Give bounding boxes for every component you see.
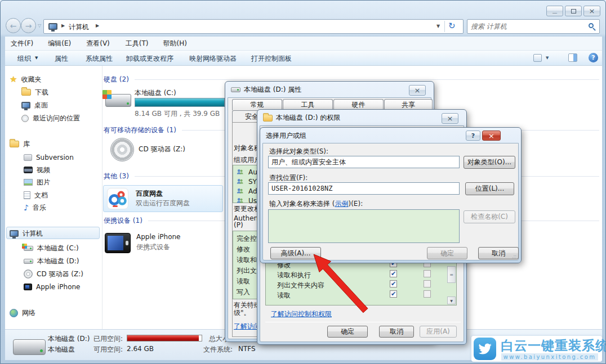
address-dropdown-icon[interactable]: ▼: [436, 24, 440, 29]
button-label: 确定: [341, 327, 354, 336]
tab-general[interactable]: 常规: [232, 99, 282, 110]
check-names-button[interactable]: 检查名称(C): [464, 210, 515, 223]
menu-tools[interactable]: 工具(T): [122, 38, 152, 50]
permissions-cancel-button[interactable]: 取消: [379, 326, 414, 338]
tab-label: 常规: [251, 101, 264, 109]
tab-tools[interactable]: 工具: [283, 99, 333, 110]
forward-button[interactable]: →: [21, 18, 36, 33]
group-label: 有可移动存储的设备 (1): [104, 125, 176, 135]
menu-edit[interactable]: 编辑(E): [44, 38, 74, 50]
select-ok-button[interactable]: 确定: [427, 247, 467, 259]
computer-icon: [10, 230, 19, 237]
check-icon: ✔: [391, 290, 396, 298]
sidebar-item-apple-iphone[interactable]: Apple iPhone: [24, 282, 80, 292]
address-bar[interactable]: ▶ 计算机 ▶ ▼ ↻: [43, 19, 464, 34]
menu-help[interactable]: 帮助(H): [160, 38, 190, 50]
permissions-title-text: 本地磁盘 (D:) 的权限: [276, 113, 340, 123]
resize-grip[interactable]: .::: [512, 254, 516, 259]
deny-checkbox-read-execute[interactable]: [424, 270, 431, 277]
toolbar-properties[interactable]: 属性: [55, 54, 68, 64]
baidu-netdisk-item[interactable]: 百度网盘 双击运行百度网盘: [103, 185, 223, 212]
sidebar-item-documents[interactable]: 文档: [24, 190, 48, 200]
allow-checkbox-read-execute[interactable]: ✔: [390, 270, 397, 277]
views-icon[interactable]: [533, 54, 542, 62]
locations-button[interactable]: 位置(L)...: [465, 182, 514, 195]
breadcrumb-computer[interactable]: 计算机: [69, 23, 89, 32]
menu-file[interactable]: 文件(F): [7, 38, 37, 50]
tab-hardware[interactable]: 硬件: [333, 99, 384, 110]
location-value: USER-20161028NZ: [271, 185, 332, 192]
close-icon: ×: [589, 7, 595, 15]
disk-c-icon: [24, 246, 33, 251]
search-input[interactable]: [471, 21, 583, 32]
sidebar-label: 本地磁盘 (C:): [37, 244, 79, 253]
button-label: 取消: [492, 249, 505, 258]
pictures-icon: [24, 179, 33, 186]
select-close-button[interactable]: ×: [482, 131, 501, 141]
sidebar-item-downloads[interactable]: 下载: [21, 87, 48, 97]
select-help-button[interactable]: ?: [466, 131, 480, 141]
preview-pane-icon[interactable]: [568, 53, 577, 62]
details-type: 本地磁盘: [48, 345, 75, 354]
sidebar-item-recent-places[interactable]: 最近访问的位置: [21, 113, 80, 123]
object-names-textarea[interactable]: [268, 209, 460, 243]
permissions-close-button[interactable]: ×: [442, 113, 458, 124]
details-used-label: 已用空间:: [93, 334, 123, 344]
baidu-name: 百度网盘: [136, 189, 163, 199]
grip-icon: ≡: [449, 272, 453, 277]
permissions-ok-button[interactable]: 确定: [327, 326, 368, 338]
sidebar-item-local-disk-c[interactable]: 本地磁盘 (C:): [24, 243, 79, 253]
object-types-button[interactable]: 对象类型(O)...: [464, 156, 515, 169]
views-dropdown-icon[interactable]: ▼: [546, 56, 549, 60]
deny-checkbox-list-contents[interactable]: [424, 280, 431, 287]
allow-checkbox-list-contents[interactable]: ✔: [390, 280, 397, 287]
close-icon: ×: [488, 132, 494, 140]
examples-link[interactable]: 示例: [335, 200, 349, 208]
details-name: 本地磁盘 (D:): [48, 334, 90, 344]
learn-access-control-link[interactable]: 了解访问控制和权限: [271, 309, 332, 319]
sidebar-item-desktop[interactable]: 桌面: [21, 100, 48, 110]
allow-checkbox-read[interactable]: ✔: [390, 290, 397, 298]
properties-close-button[interactable]: ×: [409, 85, 426, 96]
sidebar-item-network[interactable]: 网络: [10, 308, 35, 318]
nav-history-dropdown[interactable]: ▽: [38, 23, 41, 28]
select-dialog-title: 选择用户或组: [266, 131, 306, 141]
search-box[interactable]: [467, 19, 600, 34]
toolbar-uninstall-program[interactable]: 卸载或更改程序: [126, 54, 173, 64]
sidebar-item-pictures[interactable]: 图片: [24, 177, 50, 187]
iphone-icon: [24, 284, 32, 290]
toolbar-map-network-drive[interactable]: 映射网络驱动器: [189, 54, 237, 64]
maximize-button[interactable]: [565, 6, 582, 16]
sidebar-item-favorites[interactable]: ★收藏夹: [10, 74, 41, 84]
help-icon[interactable]: ?: [589, 53, 598, 62]
close-button[interactable]: ×: [583, 6, 600, 16]
toolbar-open-control-panel[interactable]: 打开控制面板: [251, 54, 292, 64]
scrollbar-down-button[interactable]: ▼: [447, 296, 456, 304]
baidu-subtitle: 双击运行百度网盘: [136, 199, 190, 208]
sidebar-item-libraries[interactable]: 库: [10, 139, 30, 149]
sidebar-item-local-disk-d[interactable]: 本地磁盘 (D:): [24, 256, 79, 266]
refresh-icon[interactable]: ↻: [448, 21, 456, 31]
sidebar-label: CD 驱动器 (Z:): [37, 269, 83, 279]
sidebar-item-cd-drive[interactable]: CD 驱动器 (Z:): [24, 269, 83, 279]
sidebar-item-videos[interactable]: 视频: [24, 165, 50, 175]
back-button[interactable]: ←: [6, 18, 21, 33]
menu-bar: 文件(F) 编辑(E) 查看(V) 工具(T) 帮助(H): [5, 37, 602, 51]
deny-checkbox-read[interactable]: [424, 290, 431, 298]
computer-icon: [48, 23, 57, 30]
watermark-title: 白云一键重装系统: [501, 337, 606, 354]
advanced-button[interactable]: 高级(A)...: [270, 247, 321, 259]
scrollbar-thumb[interactable]: ≡: [447, 266, 456, 283]
toolbar-organize[interactable]: 组织: [17, 54, 31, 64]
sidebar-item-music[interactable]: ♪音乐: [24, 203, 46, 213]
menu-view[interactable]: 查看(V): [83, 38, 113, 50]
tab-sharing[interactable]: 共享: [384, 99, 433, 110]
sidebar-label: 文档: [34, 191, 48, 200]
permissions-apply-button[interactable]: 应用(A): [420, 326, 457, 338]
sidebar-item-computer[interactable]: 计算机: [10, 228, 43, 239]
user-group-icon: [235, 197, 244, 205]
minimize-button[interactable]: —: [546, 6, 563, 16]
toolbar-system-properties[interactable]: 系统属性: [86, 54, 113, 64]
sidebar-item-subversion[interactable]: Subversion: [24, 152, 74, 163]
details-fs-value: NTFS: [238, 345, 256, 353]
